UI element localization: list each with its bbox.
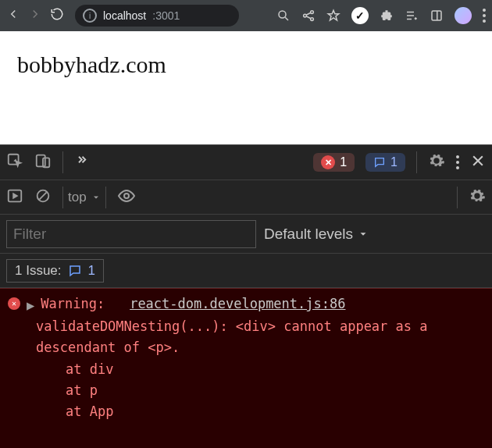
url-host: localhost (103, 9, 146, 22)
issues-chip[interactable]: 1 Issue: 1 (6, 259, 104, 283)
chevron-down-icon (91, 193, 101, 202)
reload-button[interactable] (50, 7, 64, 24)
console-settings-icon[interactable] (469, 187, 486, 208)
devtools-settings-icon[interactable] (428, 152, 445, 172)
extension-lastpass-icon[interactable]: ✓ (351, 7, 369, 24)
browser-menu-icon[interactable] (483, 9, 486, 23)
page-heading: bobbyhadz.com (17, 52, 475, 78)
divider (457, 187, 458, 208)
toggle-drawer-icon[interactable] (6, 187, 23, 208)
error-icon: ✕ (321, 155, 335, 169)
error-icon: ✕ (8, 297, 20, 310)
svg-point-10 (124, 194, 129, 198)
profile-avatar[interactable] (455, 7, 472, 24)
chevron-down-icon (358, 229, 369, 240)
messages-count: 1 (390, 155, 398, 169)
stack-line: at div (8, 359, 484, 380)
device-toggle-icon[interactable] (34, 152, 52, 172)
forward-button[interactable] (28, 7, 42, 24)
address-bar[interactable]: i localhost:3001 (75, 5, 239, 27)
stack-line: at p (8, 380, 484, 401)
inspect-element-icon[interactable] (6, 152, 23, 172)
devtools-close-icon[interactable] (470, 153, 486, 172)
stack-line: at App (8, 401, 484, 422)
share-icon[interactable] (301, 9, 316, 23)
devtools-menu-icon[interactable] (456, 155, 459, 169)
media-control-icon[interactable] (405, 9, 419, 23)
svg-rect-6 (37, 155, 45, 167)
errors-count: 1 (340, 155, 347, 169)
context-label: top (68, 190, 87, 205)
issues-count: 1 (88, 263, 95, 279)
levels-label: Default levels (264, 226, 353, 243)
console-warning-keyword: Warning: (41, 293, 105, 315)
message-icon (68, 264, 82, 278)
more-tabs-icon[interactable] (74, 154, 88, 171)
errors-pill[interactable]: ✕ 1 (313, 153, 355, 172)
message-icon (373, 156, 386, 169)
live-expression-icon[interactable] (117, 187, 136, 208)
divider (62, 151, 63, 173)
console-output: ✕ ▶ Warning: react-dom.development.js:86… (0, 288, 492, 448)
tab-overview-icon[interactable] (430, 9, 444, 23)
console-message: validateDOMNesting(...): <div> cannot ap… (36, 316, 484, 358)
site-info-icon[interactable]: i (83, 9, 97, 23)
issues-label: 1 Issue: (15, 263, 62, 279)
filter-input[interactable] (6, 220, 256, 248)
svg-point-0 (279, 11, 286, 18)
zoom-icon[interactable] (276, 9, 291, 23)
console-source-link[interactable]: react-dom.development.js:86 (130, 293, 345, 315)
extensions-icon[interactable] (380, 9, 394, 23)
divider (416, 151, 417, 173)
context-select[interactable]: top (62, 187, 106, 208)
messages-pill[interactable]: 1 (365, 153, 405, 172)
disclosure-triangle-icon[interactable]: ▶ (27, 295, 34, 316)
back-button[interactable] (6, 7, 20, 24)
bookmark-icon[interactable] (326, 9, 340, 23)
clear-console-icon[interactable] (34, 187, 52, 208)
url-port: :3001 (152, 9, 180, 22)
log-levels-select[interactable]: Default levels (264, 226, 369, 243)
